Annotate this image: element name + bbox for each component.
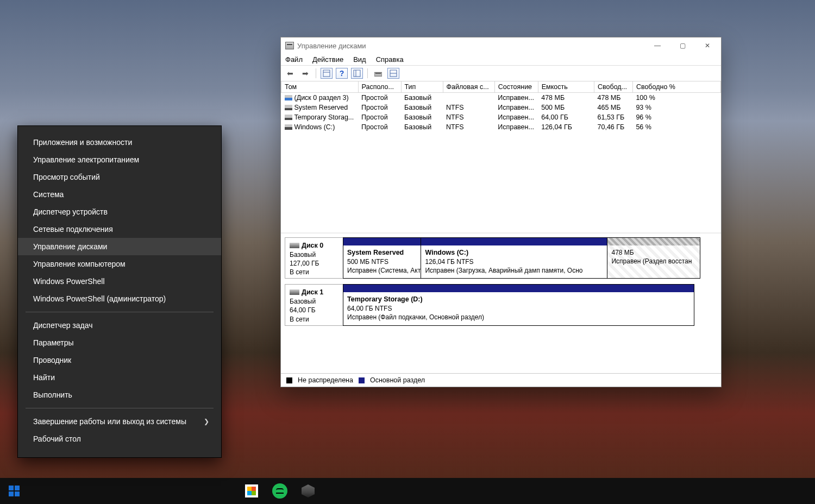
separator [26,408,214,408]
menu-bar: ФайлДействиеВидСправка [281,54,721,66]
toolbar: ⬅ ➡ ? [281,66,721,81]
taskbar [0,478,815,504]
toolbar-btn-3[interactable] [351,68,363,79]
menu-item[interactable]: Действие [312,55,343,64]
chevron-right-icon: ❯ [204,418,209,425]
table-row[interactable]: (Диск 0 раздел 3)ПростойБазовыйИсправен.… [281,93,721,103]
menu-item[interactable]: Файл [285,55,303,64]
column-header[interactable]: Состояние [494,81,538,93]
winx-item[interactable]: Диспетчер задач [18,317,221,334]
column-header[interactable]: Том [281,81,359,93]
table-row[interactable]: Windows (C:)ПростойБазовыйNTFSИсправен..… [281,122,721,132]
partition[interactable]: Windows (C:)126,04 ГБ NTFSИсправен (Загр… [421,237,607,279]
taskbar-app-spotify[interactable] [266,478,294,504]
column-header[interactable]: Файловая с... [443,81,494,93]
minimize-button[interactable]: ― [645,37,670,54]
maximize-button[interactable]: ▢ [670,37,695,54]
legend-unallocated-swatch [286,377,292,383]
column-header[interactable]: Емкость [538,81,594,93]
table-row[interactable]: System ReservedПростойБазовыйNTFSИсправе… [281,103,721,112]
legend: Не распределена Основной раздел [281,373,721,387]
menu-item[interactable]: Вид [353,55,366,64]
partition[interactable]: System Reserved500 МБ NTFSИсправен (Сист… [343,237,421,279]
table-row[interactable]: Temporary Storag...ПростойБазовыйNTFSИсп… [281,112,721,122]
column-header[interactable]: Располо... [358,81,401,93]
help-icon[interactable]: ? [336,68,348,79]
separator [26,312,214,312]
winx-item[interactable]: Управление компьютером [18,255,221,273]
svg-rect-2 [354,70,360,77]
winx-menu: Приложения и возможностиУправление элект… [18,126,221,457]
winx-item[interactable]: Управление электропитанием [18,151,221,168]
toolbar-btn-5[interactable] [387,68,399,79]
winx-item[interactable]: Приложения и возможности [18,134,221,151]
winx-item[interactable]: Windows PowerShell [18,273,221,290]
column-header[interactable]: Свободно % [632,81,720,93]
svg-rect-5 [375,73,381,74]
partition[interactable]: Temporary Storage (D:)64,00 ГБ NTFSИспра… [343,284,694,325]
winx-item[interactable]: Рабочий стол [18,430,221,448]
menu-item[interactable]: Справка [376,55,404,64]
back-icon[interactable]: ⬅ [284,68,296,79]
winx-item[interactable]: Выполнить [18,386,221,404]
disk-management-window: Управление дисками ― ▢ ✕ ФайлДействиеВид… [280,37,722,387]
disk-row: Диск 0Базовый127,00 ГБВ сетиSystem Reser… [285,237,717,279]
window-title: Управление дисками [297,42,366,50]
column-header[interactable]: Тип [401,81,443,93]
close-button[interactable]: ✕ [695,37,720,54]
winx-item[interactable]: Найти [18,369,221,386]
volume-list[interactable]: ТомРасполо...ТипФайловая с...СостояниеЕм… [281,81,721,232]
winx-item[interactable]: Управление дисками [18,238,221,255]
column-header[interactable]: Свобод... [594,81,633,93]
winx-item[interactable]: Параметры [18,334,221,351]
winx-item[interactable]: Завершение работы или выход из системы❯ [18,413,221,430]
disk-graph-pane[interactable]: Диск 0Базовый127,00 ГБВ сетиSystem Reser… [281,232,721,373]
toolbar-btn-1[interactable] [321,68,333,79]
winx-item[interactable]: Сетевые подключения [18,220,221,238]
winx-item[interactable]: Диспетчер устройств [18,203,221,220]
legend-primary-label: Основной раздел [370,376,425,384]
disk-header[interactable]: Диск 1Базовый64,00 ГБВ сети [285,284,343,325]
winx-item[interactable]: Проводник [18,351,221,369]
taskbar-app-box[interactable] [294,478,322,504]
start-button[interactable] [0,478,28,504]
partition[interactable]: 478 МБИсправен (Раздел восстан [607,237,700,279]
disk-row: Диск 1Базовый64,00 ГБВ сетиTemporary Sto… [285,284,717,325]
winx-item[interactable]: Windows PowerShell (администратор) [18,290,221,307]
forward-icon[interactable]: ➡ [299,68,311,79]
legend-unallocated-label: Не распределена [298,376,353,384]
titlebar[interactable]: Управление дисками ― ▢ ✕ [281,37,721,54]
winx-item[interactable]: Система [18,186,221,203]
disk-header[interactable]: Диск 0Базовый127,00 ГБВ сети [285,237,343,279]
legend-primary-swatch [359,377,365,383]
app-icon [285,42,294,49]
toolbar-btn-4[interactable] [372,68,384,79]
svg-rect-0 [323,70,330,77]
taskbar-app-store[interactable] [237,478,266,504]
winx-item[interactable]: Просмотр событий [18,168,221,186]
